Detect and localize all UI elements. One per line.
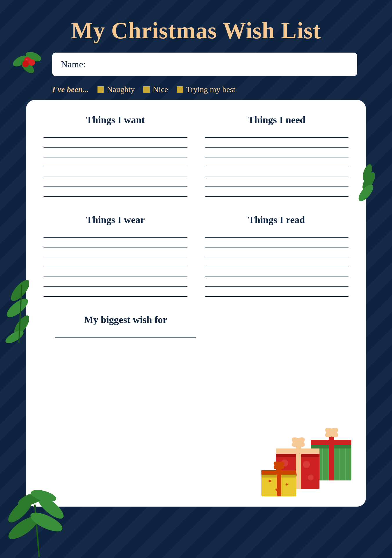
name-label: Name: [61, 59, 86, 69]
plant-bottom-left [6, 476, 73, 558]
wear-line-2[interactable] [44, 247, 187, 247]
sections-grid: Things I want Things I need [44, 112, 348, 300]
ive-been-label: I've been... [52, 85, 89, 94]
section-wear: Things I wear [44, 211, 187, 300]
want-line-6[interactable] [44, 186, 187, 187]
section-want: Things I want [44, 112, 187, 200]
wear-line-4[interactable] [44, 267, 187, 267]
svg-point-6 [29, 59, 35, 66]
section-read: Things I read [205, 211, 349, 300]
svg-text:✦: ✦ [267, 478, 272, 485]
want-line-1[interactable] [44, 137, 187, 138]
checkbox-square-trying [177, 86, 183, 93]
checkbox-label-trying: Trying my best [186, 85, 235, 94]
holly-decoration [12, 44, 46, 78]
name-field[interactable]: Name: [52, 53, 357, 76]
need-line-5[interactable] [205, 177, 349, 177]
section-want-title: Things I want [44, 114, 187, 125]
biggest-wish-section: My biggest wish for [44, 314, 348, 338]
checkbox-square-naughty [97, 86, 104, 93]
checkbox-nice[interactable]: Nice [143, 85, 168, 94]
read-line-5[interactable] [205, 277, 349, 277]
ive-been-row: I've been... Naughty Nice Trying my best [52, 85, 357, 94]
read-line-2[interactable] [205, 247, 349, 247]
read-line-1[interactable] [205, 237, 349, 238]
plant-left-mid [0, 261, 29, 350]
read-line-6[interactable] [205, 286, 349, 287]
svg-point-18 [329, 430, 334, 435]
want-line-3[interactable] [44, 157, 187, 157]
svg-rect-38 [261, 470, 296, 475]
svg-point-41 [277, 463, 281, 467]
wear-line-6[interactable] [44, 286, 187, 287]
checkbox-naughty[interactable]: Naughty [97, 85, 135, 94]
section-read-title: Things I read [205, 214, 349, 225]
wear-line-7[interactable] [44, 296, 187, 297]
read-lines [205, 237, 349, 297]
need-line-7[interactable] [205, 196, 349, 197]
svg-rect-26 [296, 441, 301, 489]
need-line-4[interactable] [205, 167, 349, 167]
page-container: My Christmas Wish List Name: I've been..… [0, 0, 392, 558]
section-need: Things I need [205, 112, 349, 200]
checkbox-square-nice [143, 86, 150, 93]
want-line-5[interactable] [44, 177, 187, 177]
wear-lines [44, 237, 187, 297]
wear-line-3[interactable] [44, 257, 187, 257]
svg-point-8 [26, 59, 28, 60]
svg-line-50 [35, 505, 39, 557]
svg-text:✦: ✦ [285, 482, 289, 487]
wear-line-5[interactable] [44, 277, 187, 277]
page-title: My Christmas Wish List [17, 17, 375, 44]
wear-line-1[interactable] [44, 237, 187, 238]
svg-point-7 [22, 61, 29, 67]
need-line-3[interactable] [205, 157, 349, 157]
want-line-2[interactable] [44, 147, 187, 148]
svg-point-30 [296, 440, 301, 444]
need-line-1[interactable] [205, 137, 349, 138]
svg-rect-15 [311, 440, 351, 445]
read-line-3[interactable] [205, 257, 349, 257]
section-wear-title: Things I wear [44, 214, 187, 225]
want-lines [44, 137, 187, 197]
svg-text:✦: ✦ [274, 487, 278, 492]
checkbox-label-nice: Nice [153, 85, 168, 94]
read-line-7[interactable] [205, 296, 349, 297]
need-lines [205, 137, 349, 197]
checkbox-label-naughty: Naughty [107, 85, 135, 94]
biggest-wish-title: My biggest wish for [55, 314, 196, 325]
plant-card-right-top [351, 158, 375, 217]
need-line-2[interactable] [205, 147, 349, 148]
svg-rect-27 [276, 448, 319, 454]
biggest-wish-line[interactable] [55, 337, 196, 338]
svg-point-33 [303, 461, 310, 468]
section-need-title: Things I need [205, 114, 349, 125]
gifts-container: ✦ ✦ ✦ [253, 417, 354, 498]
need-line-6[interactable] [205, 186, 349, 187]
svg-point-34 [308, 475, 314, 480]
checkbox-trying[interactable]: Trying my best [177, 85, 235, 94]
want-line-4[interactable] [44, 167, 187, 167]
main-card: Things I want Things I need [26, 100, 366, 507]
read-line-4[interactable] [205, 267, 349, 267]
want-line-7[interactable] [44, 196, 187, 197]
svg-rect-14 [329, 431, 334, 480]
